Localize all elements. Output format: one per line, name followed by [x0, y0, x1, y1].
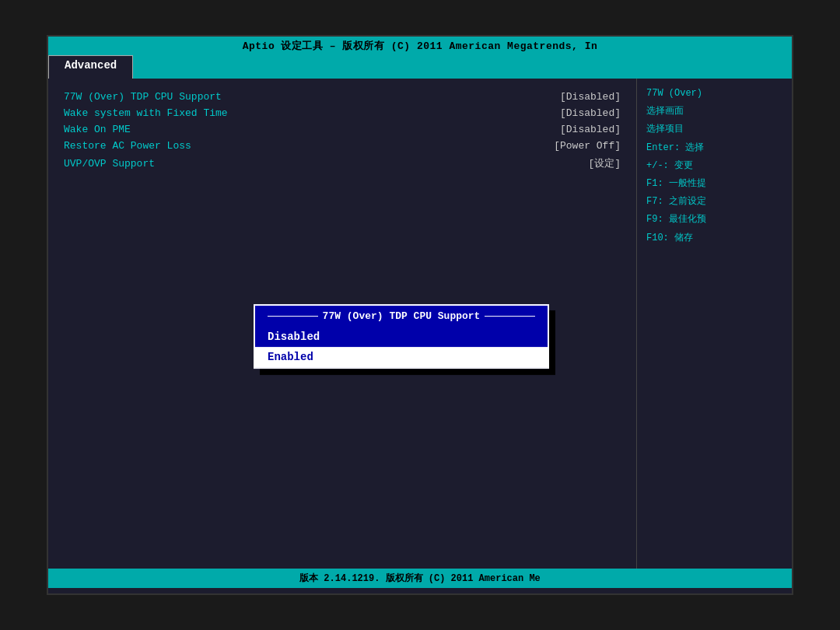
setting-value-wake-time: [Disabled] — [560, 107, 621, 119]
help-desc: 77W (Over) — [646, 86, 782, 101]
popup-option-enabled[interactable]: Enabled — [255, 347, 548, 367]
top-bar-title: Aptio 设定工具 – 版权所有 (C) 2011 American Mega… — [243, 40, 598, 52]
tab-row: Advanced — [48, 55, 792, 79]
popup-box: 77W (Over) TDP CPU Support Disabled Enab… — [254, 304, 549, 369]
help-f10: F10: 储存 — [646, 231, 782, 246]
tab-advanced[interactable]: Advanced — [48, 55, 133, 79]
popup-title-line-right — [485, 316, 535, 317]
setting-row-ac-power[interactable]: Restore AC Power Loss [Power Off] — [64, 140, 621, 152]
help-enter: Enter: 选择 — [646, 141, 782, 156]
bios-screen: Aptio 设定工具 – 版权所有 (C) 2011 American Mega… — [47, 35, 793, 595]
top-bar: Aptio 设定工具 – 版权所有 (C) 2011 American Mega… — [48, 37, 792, 55]
setting-label-uvp: UVP/OVP Support — [64, 158, 155, 170]
popup-title: 77W (Over) TDP CPU Support — [323, 310, 481, 322]
help-f1: F1: 一般性提 — [646, 177, 782, 191]
setting-label-tdp: 77W (Over) TDP CPU Support — [64, 91, 222, 103]
help-text-block: 77W (Over) 选择画面 选择项目 Enter: 选择 +/-: 变更 F… — [646, 86, 782, 246]
help-plusminus: +/-: 变更 — [646, 159, 782, 173]
setting-value-tdp: [Disabled] — [560, 91, 621, 103]
help-f7: F7: 之前设定 — [646, 194, 782, 209]
setting-value-wake-pme: [Disabled] — [560, 124, 621, 135]
popup-overlay: 77W (Over) TDP CPU Support Disabled Enab… — [254, 304, 549, 369]
right-panel: 77W (Over) 选择画面 选择项目 Enter: 选择 +/-: 变更 F… — [636, 79, 792, 569]
left-panel: 77W (Over) TDP CPU Support [Disabled] Wa… — [48, 79, 636, 569]
setting-label-wake-pme: Wake On PME — [64, 124, 131, 135]
setting-row-wake-time[interactable]: Wake system with Fixed Time [Disabled] — [64, 107, 621, 119]
setting-value-uvp: [设定] — [588, 156, 621, 170]
setting-row-wake-pme[interactable]: Wake On PME [Disabled] — [64, 124, 621, 135]
setting-label-ac-power: Restore AC Power Loss — [64, 140, 191, 152]
popup-title-row: 77W (Over) TDP CPU Support — [255, 306, 548, 327]
footer-text: 版本 2.14.1219. 版权所有 (C) 2011 American Me — [299, 573, 541, 584]
popup-title-line-left — [268, 316, 318, 317]
setting-row-uvp[interactable]: UVP/OVP Support [设定] — [64, 156, 621, 170]
help-select-item: 选择项目 — [646, 122, 782, 137]
popup-option-disabled[interactable]: Disabled — [255, 327, 548, 347]
setting-row-tdp[interactable]: 77W (Over) TDP CPU Support [Disabled] — [64, 91, 621, 103]
setting-label-wake-time: Wake system with Fixed Time — [64, 107, 228, 119]
bottom-bar: 版本 2.14.1219. 版权所有 (C) 2011 American Me — [48, 569, 792, 588]
main-content: 77W (Over) TDP CPU Support [Disabled] Wa… — [48, 79, 792, 569]
help-select-screen: 选择画面 — [646, 104, 782, 119]
setting-value-ac-power: [Power Off] — [554, 140, 621, 152]
help-f9: F9: 最佳化预 — [646, 212, 782, 227]
